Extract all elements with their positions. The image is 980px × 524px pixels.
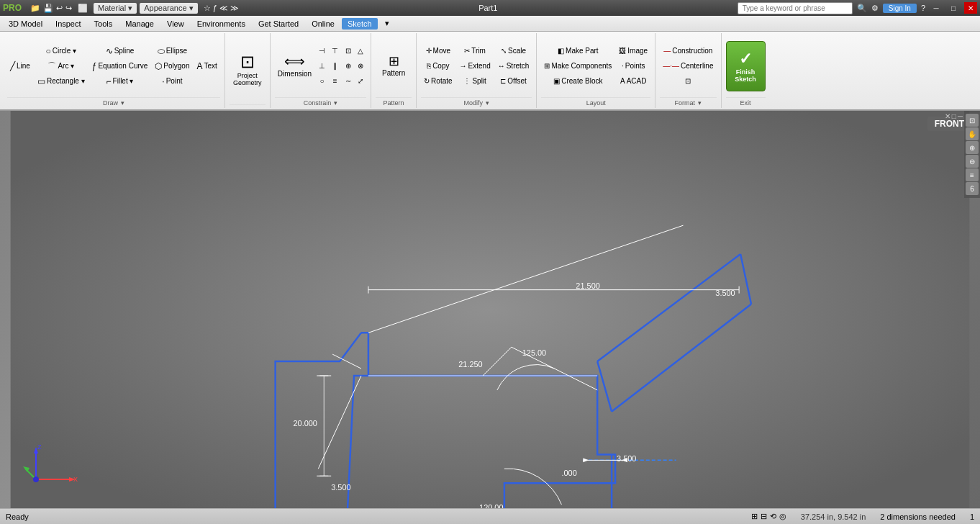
stretch-button[interactable]: ↔ Stretch <box>495 59 532 73</box>
menu-manage[interactable]: Manage <box>119 18 160 30</box>
menu-online[interactable]: Online <box>306 18 340 30</box>
pattern-button[interactable]: ⊞ Pattern <box>376 41 412 91</box>
help-icon[interactable]: ? <box>921 4 925 12</box>
toolbar-icon-3d[interactable]: ⬜ <box>78 4 88 13</box>
inner-minimize-btn[interactable]: ─ <box>958 112 963 120</box>
ellipse-button[interactable]: ⬭ Ellipse <box>152 44 192 58</box>
spline-button[interactable]: ∿ Spline <box>89 44 151 58</box>
text-button[interactable]: A Text <box>194 59 219 73</box>
constrain-btn-10[interactable]: ⊗ <box>355 59 366 73</box>
make-components-button[interactable]: ⊞ Make Components <box>541 59 614 73</box>
search-input[interactable] <box>738 2 853 14</box>
constrain-btn-7[interactable]: ⊡ <box>342 44 354 58</box>
status-icon-2[interactable]: ⊟ <box>761 512 767 521</box>
constrain-group-content: ⟺ Dimension ⊣ ⊤ ⊥ ∥ ○ ≡ ⊡ <box>275 35 366 97</box>
sign-in-btn[interactable]: Sign In <box>883 4 917 13</box>
equation-curve-button[interactable]: ƒ Equation Curve <box>89 59 151 73</box>
restore-btn[interactable]: □ <box>947 2 960 14</box>
toolbar-icon-undo[interactable]: ↩ <box>56 4 63 13</box>
constrain-btn-11[interactable]: ∼ <box>342 74 354 89</box>
constrain-btn-9[interactable]: ⊕ <box>342 59 354 73</box>
close-btn[interactable]: ✕ <box>964 2 977 14</box>
constrain-btn-4[interactable]: ∥ <box>329 59 341 73</box>
centerline-button[interactable]: —·— Centerline <box>660 59 716 73</box>
c8-icon: △ <box>358 47 363 55</box>
draw-dropdown-icon[interactable]: ▾ <box>121 99 124 107</box>
circle-button[interactable]: ○ Circle ▾ <box>35 44 88 58</box>
format-group-content: — Construction —·— Centerline ⊡ <box>660 35 716 97</box>
menu-environments[interactable]: Environments <box>191 18 251 30</box>
status-icon-3[interactable]: ⟲ <box>770 512 776 521</box>
c1-icon: ⊣ <box>319 47 325 55</box>
modify-dropdown[interactable]: ▾ <box>486 99 489 107</box>
constrain-btn-12[interactable]: ⤢ <box>355 74 366 89</box>
rectangle-label: Rectangle ▾ <box>47 77 85 85</box>
menu-inspect[interactable]: Inspect <box>50 18 86 30</box>
polygon-button[interactable]: ⬡ Polygon <box>152 59 192 73</box>
menu-3d-model[interactable]: 3D Model <box>3 18 48 30</box>
scale-button[interactable]: ⤡ Scale <box>495 44 532 58</box>
copy-button[interactable]: ⎘ Copy <box>421 59 455 73</box>
search-icon[interactable]: 🔍 <box>857 4 867 13</box>
right-btn-5[interactable]: ≡ <box>966 168 979 181</box>
image-button[interactable]: 🖼 Image <box>616 44 650 58</box>
toolbar-icon-redo[interactable]: ↪ <box>65 4 72 13</box>
fillet-button[interactable]: ⌐ Fillet ▾ <box>89 74 151 89</box>
menu-extra[interactable]: ▾ <box>379 17 395 30</box>
exit-label: Exit <box>726 97 766 107</box>
split-button[interactable]: ⋮ Split <box>457 74 494 89</box>
constrain-btn-3[interactable]: ⊥ <box>316 59 328 73</box>
extend-icon: → <box>460 62 467 70</box>
menu-view[interactable]: View <box>161 18 190 30</box>
dimension-button[interactable]: ⟺ Dimension <box>275 41 314 91</box>
make-part-button[interactable]: ◧ Make Part <box>541 44 614 58</box>
format-dropdown[interactable]: ▾ <box>698 99 702 107</box>
line-button[interactable]: ╱ Line <box>7 59 33 73</box>
arc-label: Arc ▾ <box>58 62 74 70</box>
trim-button[interactable]: ✂ Trim <box>457 44 494 58</box>
menu-sketch[interactable]: Sketch <box>342 18 378 30</box>
minimize-btn[interactable]: ─ <box>930 2 943 14</box>
status-icon-4[interactable]: ◎ <box>779 512 786 521</box>
spline-icon: ∿ <box>106 47 113 55</box>
status-icon-1[interactable]: ⊞ <box>751 512 758 521</box>
acad-button[interactable]: A ACAD <box>616 74 650 89</box>
right-btn-1[interactable]: ⊡ <box>966 114 979 127</box>
constrain-btn-2[interactable]: ⊤ <box>329 44 341 58</box>
right-btn-6[interactable]: 6 <box>966 182 979 195</box>
inner-close-btn[interactable]: ✕ <box>945 112 950 120</box>
offset-button[interactable]: ⊏ Offset <box>495 74 532 89</box>
toolbar-icon[interactable]: 📁 <box>30 4 40 13</box>
right-btn-3[interactable]: ⊕ <box>966 141 979 154</box>
constrain-btn-8[interactable]: △ <box>355 44 366 58</box>
menu-tools[interactable]: Tools <box>89 18 119 30</box>
extend-button[interactable]: → Extend <box>457 59 494 73</box>
point-button[interactable]: · Point <box>152 74 192 89</box>
c3-icon: ⊥ <box>319 62 325 70</box>
create-block-button[interactable]: ▣ Create Block <box>541 74 614 89</box>
acad-icon: A <box>620 77 625 85</box>
move-button[interactable]: ✛ Move <box>421 44 455 58</box>
right-btn-2[interactable]: ✋ <box>966 127 979 140</box>
menu-get-started[interactable]: Get Started <box>253 18 304 30</box>
constrain-dropdown[interactable]: ▾ <box>334 99 337 107</box>
points-button[interactable]: · Points <box>616 59 650 73</box>
appearance-dropdown[interactable]: Appearance ▾ <box>140 3 197 14</box>
format-btn-3[interactable]: ⊡ <box>660 74 716 89</box>
rotate-button[interactable]: ↻ Rotate <box>421 74 455 89</box>
constrain-btn-1[interactable]: ⊣ <box>316 44 328 58</box>
ellipse-icon: ⬭ <box>158 47 165 55</box>
constrain-btn-6[interactable]: ≡ <box>329 74 341 89</box>
finish-sketch-button[interactable]: ✓ FinishSketch <box>726 41 766 91</box>
right-btn-4[interactable]: ⊖ <box>966 155 979 168</box>
toolbar-icon-save[interactable]: 💾 <box>43 4 53 13</box>
inner-restore-btn[interactable]: □ <box>952 112 956 120</box>
construction-button[interactable]: — Construction <box>660 44 716 58</box>
project-geometry-button[interactable]: ⊡ ProjectGeometry <box>230 45 266 95</box>
settings-icon[interactable]: ⚙ <box>871 4 879 13</box>
arc-button[interactable]: ⌒ Arc ▾ <box>35 59 88 73</box>
material-dropdown[interactable]: Material ▾ <box>94 3 137 14</box>
status-bar: Ready ⊞ ⊟ ⟲ ◎ 37.254 in, 9.542 in 2 dime… <box>0 508 980 524</box>
constrain-btn-5[interactable]: ○ <box>316 74 328 89</box>
rectangle-button[interactable]: ▭ Rectangle ▾ <box>35 74 88 89</box>
